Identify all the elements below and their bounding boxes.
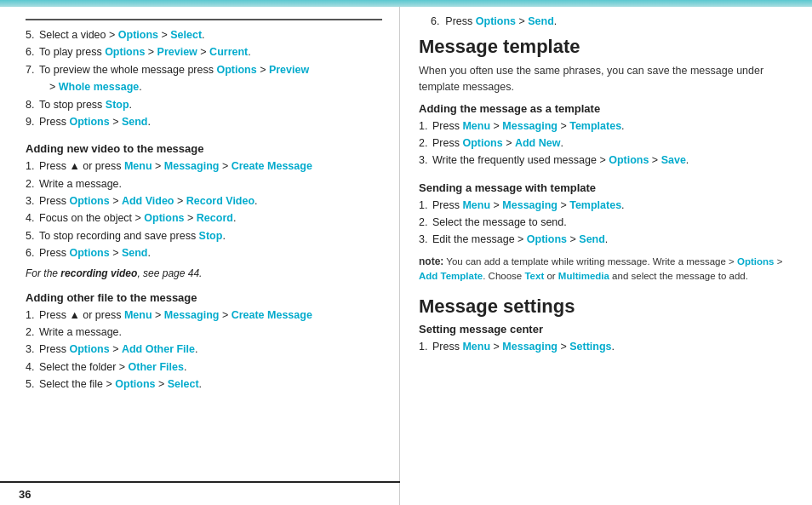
page-container: 5. Select a video > Options > Select. 6.…	[0, 0, 812, 505]
add-template-heading: Adding the message as a template	[419, 102, 791, 115]
list-item: 2. Write a message.	[26, 176, 382, 192]
list-item: 9. Press Options > Send.	[26, 114, 382, 130]
page-number: 36	[19, 488, 31, 501]
message-settings-heading: Message settings	[419, 296, 791, 318]
list-item: 1. Press Menu > Messaging > Templates.	[419, 118, 791, 135]
note-paragraph: note: You can add a template while writi…	[419, 254, 791, 284]
send-template-heading: Sending a message with template	[419, 181, 791, 194]
list-item: 3. Write the frequently used message > O…	[419, 152, 791, 169]
intro-steps-list: 5. Select a video > Options > Select. 6.…	[26, 27, 382, 130]
right-step6: 6. Press Options > Send.	[419, 15, 791, 27]
setting-message-center-heading: Setting message center	[419, 323, 791, 336]
list-item: 1. Press Menu > Messaging > Settings.	[419, 339, 791, 355]
list-item: 5. Select the file > Options > Select.	[26, 376, 382, 393]
list-item: 7. To preview the whole message press Op…	[26, 62, 382, 78]
list-item: 4. Select the folder > Other Files.	[26, 359, 382, 376]
list-item: 4. Focus on the object > Options > Recor…	[26, 210, 382, 227]
message-center-steps: 1. Press Menu > Messaging > Settings.	[419, 339, 791, 355]
list-item: 5. Select a video > Options > Select.	[26, 27, 382, 43]
section-heading-add-file: Adding other file to the message	[26, 291, 382, 304]
list-item: 8. To stop press Stop.	[26, 97, 382, 113]
top-rule	[26, 19, 382, 20]
section-heading-add-video: Adding new video to the message	[26, 142, 382, 155]
message-template-heading: Message template	[419, 36, 791, 58]
list-item-indent: > Whole message.	[26, 79, 382, 95]
add-file-steps-list: 1. Press ▲ or press Menu > Messaging > C…	[26, 307, 382, 393]
message-template-section: Message template When you often use the …	[419, 36, 791, 284]
list-item: 2. Write a message.	[26, 324, 382, 341]
send-template-steps: 1. Press Menu > Messaging > Templates. 2…	[419, 198, 791, 249]
list-item: 2. Press Options > Add New.	[419, 135, 791, 152]
right-column: 6. Press Options > Send. Message templat…	[400, 0, 812, 505]
list-item: 3. Press Options > Add Other File.	[26, 341, 382, 358]
page-number-bar: 36	[0, 481, 400, 505]
message-template-desc: When you often use the same phrases, you…	[419, 63, 791, 95]
message-settings-section: Message settings Setting message center …	[419, 296, 791, 355]
list-item: 5. To stop recording and save press Stop…	[26, 228, 382, 244]
list-item: 3. Edit the message > Options > Send.	[419, 232, 791, 248]
top-decorative-bar	[0, 0, 812, 7]
list-item: 6. To play press Options > Preview > Cur…	[26, 44, 382, 60]
list-item: 1. Press ▲ or press Menu > Messaging > C…	[26, 158, 382, 175]
left-column: 5. Select a video > Options > Select. 6.…	[0, 0, 400, 505]
list-item: 6. Press Options > Send.	[26, 245, 382, 261]
add-video-steps-list: 1. Press ▲ or press Menu > Messaging > C…	[26, 158, 382, 261]
list-item: 1. Press Menu > Messaging > Templates.	[419, 198, 791, 214]
add-template-steps: 1. Press Menu > Messaging > Templates. 2…	[419, 118, 791, 169]
list-item: 2. Select the message to send.	[419, 215, 791, 231]
note-label: note:	[419, 255, 443, 267]
list-item: 3. Press Options > Add Video > Record Vi…	[26, 193, 382, 209]
list-item: 1. Press ▲ or press Menu > Messaging > C…	[26, 307, 382, 324]
italic-note: For the recording video, see page 44.	[26, 267, 382, 279]
